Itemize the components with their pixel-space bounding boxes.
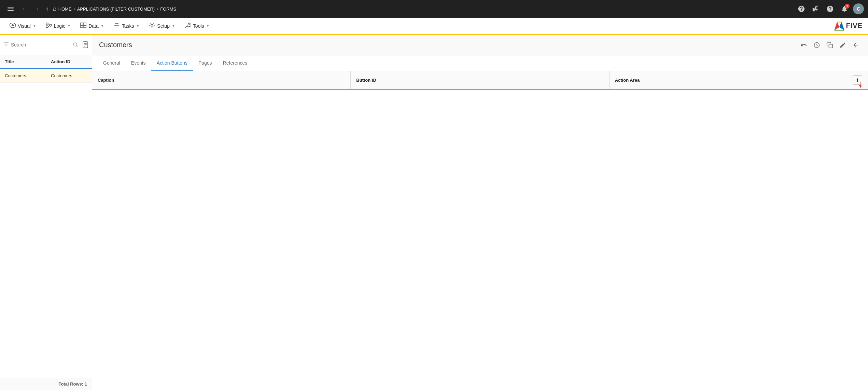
data-menu[interactable]: Data ▼ [76, 20, 108, 32]
table-row[interactable]: Customers Customers [0, 69, 92, 83]
svg-rect-27 [829, 44, 833, 48]
notifications-button[interactable]: 1 [839, 3, 850, 15]
tabs-bar: General Events Action Buttons Pages Refe… [92, 55, 868, 71]
avatar-label: C [857, 6, 860, 12]
breadcrumb-home[interactable]: HOME [58, 6, 72, 12]
undo-icon [800, 42, 807, 49]
top-nav-left: ← → ↑ ⌂ HOME › APPLICATIONS (FILTER CUST… [4, 3, 793, 15]
setup-icon [149, 22, 155, 30]
avatar-button[interactable]: C [853, 3, 864, 14]
edit-button[interactable] [837, 40, 848, 51]
logic-menu[interactable]: Logic ▼ [42, 20, 75, 32]
back-icon: ← [21, 5, 27, 13]
breadcrumb-applications[interactable]: APPLICATIONS (FILTER CUSTOMER) [77, 6, 155, 12]
setup-menu[interactable]: Setup ▼ [145, 19, 179, 32]
history-icon [813, 42, 820, 49]
left-table-header: Title Action ID [0, 55, 92, 69]
main-content: + Title Action ID Customers Customers To… [0, 35, 868, 390]
search-bar: + [0, 35, 92, 55]
action-area-column-header: Action Area + [610, 71, 868, 89]
add-action-button-button[interactable]: + [853, 75, 862, 85]
setup-label: Setup [157, 23, 170, 29]
caption-column-header: Caption [92, 71, 351, 89]
svg-point-4 [46, 26, 48, 28]
button-id-column-header: Button ID [351, 71, 609, 89]
logic-icon [46, 23, 52, 29]
filter-icon[interactable] [3, 42, 9, 48]
tools-icon [185, 22, 191, 30]
toolbar-right: FIVE [834, 21, 863, 31]
data-table: Caption Button ID Action Area + [92, 71, 868, 390]
search-icon [73, 42, 78, 48]
visual-label: Visual [18, 23, 31, 29]
tab-pages[interactable]: Pages [193, 55, 218, 71]
tab-action-buttons[interactable]: Action Buttons [151, 55, 193, 71]
top-nav-right: 1 C [796, 3, 864, 15]
search-input[interactable] [11, 42, 71, 48]
five-logo: FIVE [834, 21, 863, 31]
logic-dropdown-icon: ▼ [67, 24, 71, 28]
notification-badge: 1 [845, 4, 850, 9]
undo-button[interactable] [798, 40, 809, 51]
visual-dropdown-icon: ▼ [33, 24, 36, 28]
title-cell: Customers [0, 69, 46, 82]
back-button[interactable]: ← [19, 3, 29, 15]
five-logo-text: FIVE [846, 22, 863, 30]
panel-title: Customers [99, 41, 132, 49]
svg-rect-7 [84, 23, 86, 25]
breadcrumb-forms[interactable]: FORMS [160, 6, 176, 12]
back-panel-button[interactable] [850, 40, 861, 51]
history-button[interactable] [811, 40, 822, 51]
tasks-label: Tasks [122, 23, 134, 29]
tools-label: Tools [193, 23, 204, 29]
breadcrumb-sep-1: › [74, 6, 75, 11]
document-button[interactable] [80, 40, 90, 50]
up-button[interactable]: ↑ [44, 3, 51, 15]
books-button[interactable] [810, 3, 822, 15]
help-button[interactable] [824, 3, 836, 15]
copy-button[interactable] [824, 40, 835, 51]
visual-menu[interactable]: Visual ▼ [5, 20, 40, 32]
data-label: Data [88, 23, 99, 29]
secondary-toolbar: Visual ▼ Logic ▼ [0, 18, 868, 35]
title-column-header: Title [0, 55, 46, 68]
right-panel: Customers [92, 35, 868, 390]
hamburger-icon [6, 5, 15, 12]
breadcrumb-sep-2: › [157, 6, 158, 11]
toolbar-menu: Visual ▼ Logic ▼ [5, 19, 213, 32]
tools-menu[interactable]: Tools ▼ [181, 19, 214, 32]
svg-rect-6 [81, 23, 83, 25]
data-icon [80, 23, 86, 29]
right-panel-header: Customers [92, 35, 868, 55]
svg-point-2 [12, 24, 14, 26]
svg-rect-0 [813, 8, 815, 11]
tasks-menu[interactable]: Tasks ▼ [110, 20, 144, 32]
action-id-column-header: Action ID [46, 55, 92, 68]
eye-icon [10, 23, 16, 29]
forward-button[interactable]: → [31, 3, 42, 15]
tasks-icon [114, 23, 120, 29]
five-logo-icon [834, 21, 845, 31]
forward-icon: → [33, 5, 40, 13]
data-table-header: Caption Button ID Action Area + [92, 71, 868, 90]
tools-dropdown-icon: ▼ [206, 24, 210, 28]
panel-actions [798, 40, 861, 51]
left-panel-footer: Total Rows: 1 [0, 378, 92, 390]
tab-references[interactable]: References [218, 55, 253, 71]
support-button[interactable] [796, 3, 807, 15]
tab-general[interactable]: General [98, 55, 126, 71]
svg-rect-8 [81, 26, 83, 28]
edit-icon [839, 42, 846, 49]
total-rows-label: Total Rows: 1 [58, 381, 87, 387]
tab-events[interactable]: Events [126, 55, 151, 71]
search-button[interactable] [73, 42, 78, 48]
data-dropdown-icon: ▼ [101, 24, 104, 28]
setup-dropdown-icon: ▼ [172, 24, 175, 28]
home-icon: ⌂ [53, 6, 56, 12]
breadcrumb: ⌂ HOME › APPLICATIONS (FILTER CUSTOMER) … [53, 6, 176, 12]
support-icon [798, 5, 805, 13]
plus-icon: + [856, 77, 859, 84]
hamburger-button[interactable] [4, 3, 17, 14]
svg-point-13 [151, 24, 153, 26]
up-icon: ↑ [46, 5, 49, 13]
